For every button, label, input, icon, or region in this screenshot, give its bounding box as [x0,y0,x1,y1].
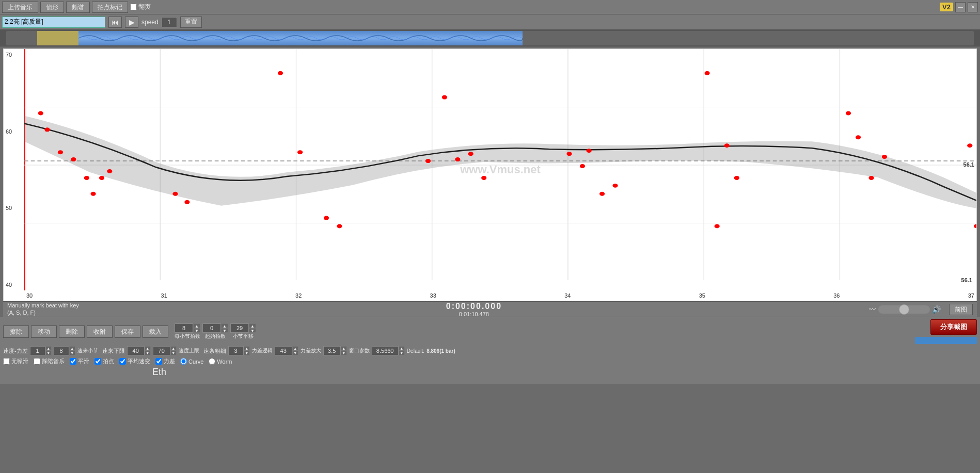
quality-input[interactable]: 2.2亮 [高质量] [2,17,105,28]
svg-point-14 [84,176,89,180]
beats-per-bar-spin[interactable]: 8 ▲ ▼ [175,323,200,333]
pl-up[interactable]: ▲ [292,346,298,351]
move-btn[interactable]: 移动 [31,325,57,338]
chart-plot[interactable]: www.Vmus.net 56.1 56.1 [24,49,976,290]
spb-up[interactable]: ▲ [69,346,75,351]
bar-offset-up-btn[interactable]: ▲ [249,323,256,328]
load-btn[interactable]: 载入 [143,325,168,338]
start-beat-spin[interactable]: 0 ▲ ▼ [202,323,228,333]
speed-input[interactable]: 1 [162,17,177,27]
spa-dn[interactable]: ▼ [45,351,52,355]
beats-per-bar-input[interactable]: 8 [175,323,193,333]
pl-dn[interactable]: ▼ [292,351,298,355]
power-logic-spin[interactable]: ▲ ▼ [275,346,298,355]
eth-label: Eth [152,367,166,378]
detect-btn[interactable]: 侦形 [40,2,64,13]
bar-thick-spin[interactable]: ▲ ▼ [228,346,250,355]
minimize-btn[interactable]: — [955,2,966,12]
cb-smooth-label[interactable]: 平滑 [70,357,89,365]
bar-thick-input[interactable] [228,346,244,355]
beats-down-btn[interactable]: ▼ [193,328,200,333]
bar-offset-input[interactable]: 29 [230,323,249,333]
ctrl-row1: 擦除 移动 删除 收附 保存 载入 8 ▲ ▼ 每小节拍数 0 ▲ ▼ [3,319,977,344]
prev-view-btn[interactable]: 前图 [949,304,973,315]
erase-btn[interactable]: 擦除 [3,325,29,338]
bar-thick-label: 速条粗细 [203,347,226,355]
cb-instrument-label[interactable]: 踩陪音乐 [34,357,65,365]
wp-up[interactable]: ▲ [399,346,405,351]
svg-point-30 [580,164,585,168]
su-up[interactable]: ▲ [170,346,177,351]
power-amp-spin[interactable]: ▲ ▼ [323,346,347,355]
sl-dn[interactable]: ▼ [145,351,151,355]
radio-curve-label[interactable]: Curve [180,358,203,365]
copy-btn[interactable]: 收附 [87,325,113,338]
delete-btn[interactable]: 删除 [59,325,85,338]
y-axis: 70 60 50 40 [4,49,24,290]
close-btn[interactable]: ✕ [968,2,978,12]
speed-lower-input[interactable] [127,346,145,355]
start-beat-input[interactable]: 0 [202,323,221,333]
start-beat-up-btn[interactable]: ▲ [221,323,228,328]
beats-per-bar-group: 8 ▲ ▼ 每小节拍数 [175,323,200,340]
speed-lower-spin[interactable]: ▲ ▼ [127,346,151,355]
bt-up[interactable]: ▲ [244,346,250,351]
cb-power-label[interactable]: 力差 [155,357,175,365]
cb-power[interactable] [155,358,162,365]
power-logic-input[interactable] [275,346,292,355]
save-btn[interactable]: 保存 [115,325,140,338]
speed-power-b-input[interactable] [54,346,69,355]
radio-worm[interactable] [209,358,215,365]
prev-transport-btn[interactable]: ⏮ [108,17,122,28]
cb-avg[interactable] [119,358,126,365]
spb-dn[interactable]: ▼ [69,351,75,355]
speed-upper-input[interactable] [153,346,170,355]
cb-smooth[interactable] [70,358,76,365]
upload-music-btn[interactable]: 上传音乐 [2,2,38,13]
pa-dn[interactable]: ▼ [341,351,347,355]
time-main: 0:00:00.000 [83,302,865,311]
wp-dn[interactable]: ▼ [399,351,405,355]
spectrum-btn[interactable]: 频谱 [66,2,90,13]
top-toolbar: 上传音乐 侦形 频谱 拍点标记 翻页 V2 — ✕ [0,0,980,14]
radio-curve[interactable] [180,358,187,365]
window-param-input[interactable] [372,346,399,355]
x-label-31: 31 [161,292,167,299]
su-dn[interactable]: ▼ [170,351,177,355]
waveform-container[interactable] [6,31,974,45]
waveform-wave [78,31,523,45]
bt-dn[interactable]: ▼ [244,351,250,355]
x-label-33: 33 [430,292,436,299]
x-label-32: 32 [295,292,302,299]
second-toolbar: 2.2亮 [高质量] ⏮ ▶ speed 1 重置 [0,14,980,30]
default-value: 8.806(1 bar) [426,348,455,354]
bar-offset-spin[interactable]: 29 ▲ ▼ [230,323,256,333]
cb-beat[interactable] [94,358,101,365]
beat-mark-btn[interactable]: 拍点标记 [92,2,128,13]
speed-power-a-input[interactable] [30,346,45,355]
sl-up[interactable]: ▲ [145,346,151,351]
share-screenshot-btn[interactable]: 分享截图 [930,319,977,335]
cb-noise-label[interactable]: 无噪滑 [3,357,28,365]
speed-power-spin-a[interactable]: ▲ ▼ [30,346,52,355]
speed-power-spin-b[interactable]: ▲ ▼ [54,346,75,355]
reset-btn[interactable]: 重置 [180,17,202,28]
start-beat-down-btn[interactable]: ▼ [221,328,228,333]
svg-point-15 [90,192,96,196]
window-param-spin[interactable]: ▲ ▼ [372,346,405,355]
spa-up[interactable]: ▲ [45,346,52,351]
radio-worm-label[interactable]: Worm [209,358,232,365]
power-amp-input[interactable] [323,346,341,355]
cb-avg-label[interactable]: 平均速变 [119,357,150,365]
volume-slider[interactable] [878,305,930,314]
pa-up[interactable]: ▲ [341,346,347,351]
bar-offset-down-btn[interactable]: ▼ [249,328,256,333]
beats-up-btn[interactable]: ▲ [193,323,200,328]
speed-upper-spin[interactable]: ▲ ▼ [153,346,177,355]
play-transport-btn[interactable]: ▶ [125,17,138,28]
cb-noise[interactable] [3,358,10,365]
chart-dashed-value: 56.1 [963,161,974,168]
cb-beat-label[interactable]: 拍点 [94,357,114,365]
cb-instrument[interactable] [34,358,40,365]
page-flip-checkbox[interactable]: 翻页 [130,3,151,11]
